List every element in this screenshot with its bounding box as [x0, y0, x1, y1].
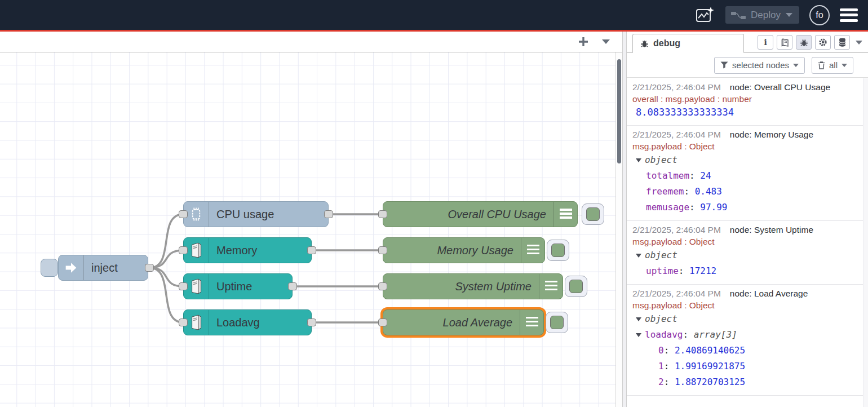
message-property-path: msg.payload : Object [632, 299, 858, 311]
database-icon [838, 37, 847, 47]
node-inject[interactable]: inject [58, 255, 148, 281]
info-tab-button[interactable]: i [758, 35, 773, 50]
debug-list-icon [553, 202, 577, 227]
canvas-scrollbar[interactable] [615, 52, 622, 407]
workspace-tabbar [0, 32, 622, 52]
tab-debug-label: debug [653, 38, 680, 48]
flow-list-caret-icon[interactable] [599, 34, 613, 49]
sidebar-options-caret-icon[interactable] [856, 41, 862, 45]
tab-debug[interactable]: debug [632, 34, 744, 53]
debug-toggle-memory-usage[interactable] [547, 240, 569, 261]
collapse-triangle-icon[interactable] [636, 333, 641, 337]
debug-list-icon [520, 310, 543, 335]
user-avatar[interactable]: fo [809, 5, 830, 25]
port-out-inject[interactable] [145, 264, 154, 272]
node-memory-usage[interactable]: Memory Usage [383, 237, 545, 263]
node-memory[interactable]: Memory [183, 237, 312, 263]
debug-message[interactable]: 2/21/2025, 2:46:04 PM node: Overall CPU … [627, 78, 863, 126]
message-source-node: node: Load Average [730, 287, 808, 299]
array-index: 0 [658, 345, 664, 356]
object-key: memusage [646, 202, 689, 213]
node-system-uptime[interactable]: System Uptime [383, 273, 563, 299]
array-value: 2.40869140625 [675, 345, 745, 356]
filter-label: selected nodes [732, 60, 789, 70]
message-property-path: msg.payload : Object [632, 140, 858, 152]
book-icon [780, 38, 790, 47]
bug-icon [799, 38, 809, 47]
port-in-memory[interactable] [179, 246, 188, 254]
object-value: 17212 [689, 266, 716, 276]
clear-label: all [829, 60, 838, 70]
array-value: 1.99169921875 [675, 361, 745, 371]
bug-icon [640, 39, 649, 48]
node-label: Overall CPU Usage [448, 208, 553, 221]
object-value: 24 [700, 170, 711, 181]
port-in-load-average[interactable] [378, 318, 387, 326]
sidebar-scrollbar[interactable] [863, 78, 868, 407]
port-out-cpu-usage[interactable] [324, 210, 333, 218]
port-out-uptime[interactable] [288, 282, 297, 290]
main-menu-icon[interactable] [840, 8, 858, 22]
message-value: 8.083333333333334 [632, 105, 858, 120]
debug-toggle-system-uptime[interactable] [565, 276, 587, 297]
filter-selected-nodes-button[interactable]: selected nodes [714, 57, 805, 74]
message-property-path: overall : msg.payload : number [632, 93, 858, 105]
port-out-memory[interactable] [307, 246, 316, 254]
config-tab-button[interactable] [815, 35, 831, 50]
debug-toggle-overall-cpu[interactable] [582, 203, 604, 225]
sidebar-tabbar: debug i [627, 32, 868, 53]
node-uptime[interactable]: Uptime [183, 273, 293, 299]
array-value: 1.88720703125 [675, 377, 745, 387]
node-label: System Uptime [455, 280, 539, 293]
object-value: 0.483 [695, 186, 722, 197]
port-in-uptime[interactable] [179, 282, 188, 290]
collapse-triangle-icon[interactable] [636, 254, 641, 258]
port-in-system-uptime[interactable] [378, 282, 387, 290]
deploy-button[interactable]: Deploy [725, 6, 799, 24]
collapse-triangle-icon[interactable] [636, 158, 641, 162]
debug-tab-button[interactable] [796, 35, 812, 50]
canvas-scrollbar-thumb[interactable] [617, 59, 621, 163]
port-in-loadavg[interactable] [179, 318, 188, 326]
trash-icon [818, 61, 825, 69]
node-label: Memory [209, 244, 257, 257]
help-tab-button[interactable] [777, 35, 792, 50]
snapshot-icon[interactable] [694, 5, 715, 26]
wires [0, 52, 615, 407]
deploy-caret-icon[interactable] [786, 13, 792, 17]
array-type: array[3] [694, 329, 737, 340]
sidebar-resize-handle[interactable] [622, 32, 627, 407]
debug-list-icon [539, 274, 563, 299]
debug-message[interactable]: 2/21/2025, 2:46:04 PM node: Load Average… [627, 285, 863, 396]
node-label: CPU usage [209, 208, 274, 221]
funnel-icon [720, 61, 728, 69]
port-out-loadavg[interactable] [307, 318, 316, 326]
clear-all-button[interactable]: all [812, 57, 853, 74]
debug-sidebar: debug i [627, 32, 868, 407]
flow-canvas[interactable]: inject CPU usage [0, 52, 615, 407]
inject-trigger-button[interactable] [41, 259, 58, 277]
object-key: freemem [646, 186, 684, 197]
node-label: Load Average [443, 316, 520, 329]
node-cpu-usage[interactable]: CPU usage [183, 201, 329, 227]
debug-toggle-load-average[interactable] [546, 312, 568, 333]
port-in-cpu-usage[interactable] [179, 210, 188, 218]
node-load-average[interactable]: Load Average [383, 309, 544, 335]
add-flow-button[interactable] [576, 34, 591, 49]
message-property-path: msg.payload : Object [632, 236, 858, 247]
node-label: Memory Usage [437, 244, 521, 257]
node-overall-cpu-usage[interactable]: Overall CPU Usage [383, 201, 578, 227]
object-label: object [645, 247, 677, 263]
debug-message[interactable]: 2/21/2025, 2:46:04 PM node: Memory Usage… [627, 126, 863, 221]
header-bar: Deploy fo [0, 0, 868, 30]
array-key: loadavg [645, 329, 683, 340]
port-in-memory-usage[interactable] [378, 246, 387, 254]
port-in-overall-cpu[interactable] [378, 210, 387, 218]
message-timestamp: 2/21/2025, 2:46:04 PM [632, 287, 721, 299]
debug-list-icon [521, 238, 544, 263]
collapse-triangle-icon[interactable] [636, 317, 641, 321]
node-loadavg[interactable]: Loadavg [183, 309, 312, 335]
context-tab-button[interactable] [834, 35, 850, 50]
gear-icon [818, 37, 828, 47]
debug-message[interactable]: 2/21/2025, 2:46:04 PM node: System Uptim… [627, 221, 863, 285]
